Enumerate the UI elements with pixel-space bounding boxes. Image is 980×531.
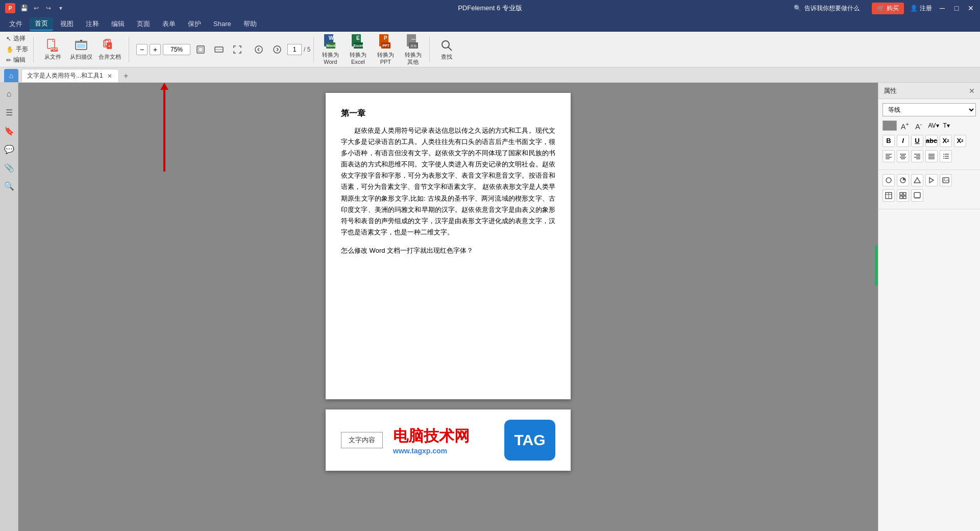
svg-text:PPT: PPT [383, 44, 390, 47]
align-justify-btn[interactable] [925, 150, 938, 162]
superscript-btn[interactable]: X2 [940, 135, 952, 147]
user-icon: 👤 [910, 5, 918, 12]
convert-to-excel-btn[interactable]: Excel E 转换为Excel [345, 35, 371, 64]
excel-icon: Excel E [350, 33, 366, 51]
from-scanner-btn[interactable]: 从扫描仪 [67, 35, 95, 64]
play-btn[interactable] [925, 174, 938, 186]
sidebar-home-icon[interactable]: ⌂ [2, 87, 16, 101]
menu-file[interactable]: 文件 [4, 17, 28, 31]
sidebar-bookmark-icon[interactable]: 🔖 [2, 124, 16, 138]
close-button[interactable]: ✕ [967, 4, 975, 12]
circle-filled-btn[interactable] [897, 174, 909, 186]
search-tool-btn[interactable]: 查找 [433, 35, 460, 64]
font-family-select[interactable]: 等线 [883, 103, 976, 116]
italic-btn[interactable]: I [897, 135, 909, 147]
color-fill-btn[interactable] [911, 189, 923, 202]
search-label[interactable]: 告诉我你想要做什么 [804, 4, 860, 13]
convert-to-ppt-btn[interactable]: PPT P 转换为PPT [372, 35, 399, 64]
sidebar-comment-icon[interactable]: 💬 [2, 142, 16, 156]
hand-mode-btn[interactable]: ✋ 手形 [6, 45, 28, 54]
sidebar-attach-icon[interactable]: 📎 [2, 160, 16, 175]
table-btn[interactable] [883, 189, 895, 202]
edit-mode-btn[interactable]: ✏ 编辑 [6, 56, 28, 64]
menu-edit[interactable]: 编辑 [106, 17, 130, 31]
menu-annotation[interactable]: 注释 [81, 17, 104, 31]
mode-tools-group: ↖ 选择 ✋ 手形 ✏ 编辑 [4, 34, 30, 64]
svg-text:PDF: PDF [51, 47, 58, 51]
align-list-btn[interactable] [940, 150, 952, 162]
font-transform-btn[interactable]: T▾ [943, 122, 950, 129]
search-label: 查找 [441, 54, 452, 60]
page-number-input[interactable] [287, 44, 302, 55]
redo-quick-btn[interactable]: ↪ [44, 4, 53, 13]
menu-form[interactable]: 表单 [157, 17, 181, 31]
maximize-button[interactable]: □ [952, 4, 961, 12]
subscript-btn[interactable]: X2 [954, 135, 966, 147]
strikethrough-btn[interactable]: abc [925, 135, 938, 147]
svg-text:E: E [356, 35, 360, 41]
menu-page[interactable]: 页面 [132, 17, 155, 31]
menu-home[interactable]: 首页 [30, 17, 53, 31]
to-excel-label: 转换为Excel [350, 52, 366, 65]
align-left-btn[interactable] [883, 150, 895, 162]
register-button[interactable]: 👤 注册 [910, 4, 932, 13]
menu-view[interactable]: 视图 [55, 17, 79, 31]
font-size-decrease-btn[interactable]: A- [913, 119, 924, 132]
add-tab-btn[interactable]: + [120, 70, 132, 82]
fit-width-btn[interactable] [211, 41, 227, 58]
sidebar-pages-icon[interactable]: ☰ [2, 105, 16, 119]
align-center-btn[interactable] [897, 150, 909, 162]
sidebar-search-icon[interactable]: 🔍 [2, 179, 16, 193]
more-quick-btn[interactable]: ▾ [56, 4, 65, 13]
triangle-btn[interactable] [911, 174, 923, 186]
brand-url: www.tagxp.com [393, 447, 447, 455]
convert-to-other-btn[interactable]: 其他 ... 转换为其他 [400, 35, 426, 64]
zoom-input[interactable] [163, 44, 190, 55]
font-color-swatch[interactable] [883, 120, 897, 131]
svg-rect-68 [903, 192, 906, 195]
panel-close-btn[interactable]: ✕ [969, 87, 975, 95]
svg-rect-72 [914, 198, 920, 199]
doc-tab-1[interactable]: 文字是人类用符号...和工具1 ✕ [21, 69, 119, 82]
brand-content: 电脑技术网 www.tagxp.com [393, 426, 499, 455]
convert-to-word-btn[interactable]: Word W 转换为Word [317, 35, 344, 64]
svg-rect-7 [80, 40, 82, 41]
menu-help[interactable]: 帮助 [238, 17, 262, 31]
title-bar-right: 🔍 告诉我你想要做什么 🛒 购买 👤 注册 ─ □ ✕ [794, 3, 975, 14]
minimize-button[interactable]: ─ [938, 4, 946, 12]
image-btn[interactable] [940, 174, 952, 186]
merge-docs-btn[interactable]: + 合并文档 [96, 35, 124, 64]
zoom-in-btn[interactable]: + [150, 44, 161, 55]
shape-row-1 [883, 174, 976, 186]
prev-page-btn[interactable] [251, 41, 267, 58]
convert-tools-group: Word W 转换为Word Excel E 转换为Excel [317, 35, 426, 64]
page-question: 怎么修改 Word 文档一打字就出现红色字体？ [341, 246, 555, 255]
save-quick-btn[interactable]: 💾 [19, 4, 29, 13]
menu-protect[interactable]: 保护 [183, 17, 206, 31]
tab-close-btn[interactable]: ✕ [106, 73, 113, 80]
home-tab[interactable]: ⌂ [4, 69, 18, 82]
fullscreen-btn[interactable] [229, 41, 246, 58]
bold-btn[interactable]: B [883, 135, 895, 147]
align-right-btn[interactable] [911, 150, 923, 162]
circle-btn[interactable] [883, 174, 895, 186]
doc-tab-title: 文字是人类用符号...和工具1 [27, 71, 103, 80]
underline-btn[interactable]: U [911, 135, 923, 147]
font-spacing-btn[interactable]: AV▾ [928, 122, 939, 129]
right-accent-bar[interactable] [875, 245, 878, 286]
svg-point-17 [274, 46, 281, 53]
zoom-out-btn[interactable]: − [136, 44, 148, 55]
select-mode-btn[interactable]: ↖ 选择 [6, 34, 28, 43]
layout-btn[interactable] [897, 189, 909, 202]
svg-text:Excel: Excel [354, 44, 363, 47]
from-file-btn[interactable]: PDF 从文件 [39, 35, 66, 64]
svg-text:P: P [384, 35, 387, 41]
next-page-btn[interactable] [269, 41, 285, 58]
menu-share[interactable]: Share [208, 17, 236, 31]
buy-button[interactable]: 🛒 购买 [872, 3, 904, 14]
fit-page-btn[interactable] [192, 41, 209, 58]
undo-quick-btn[interactable]: ↩ [32, 4, 41, 13]
panel-header: 属性 ✕ [878, 83, 980, 99]
font-size-increase-btn[interactable]: A+ [899, 119, 911, 132]
svg-point-56 [943, 158, 944, 159]
